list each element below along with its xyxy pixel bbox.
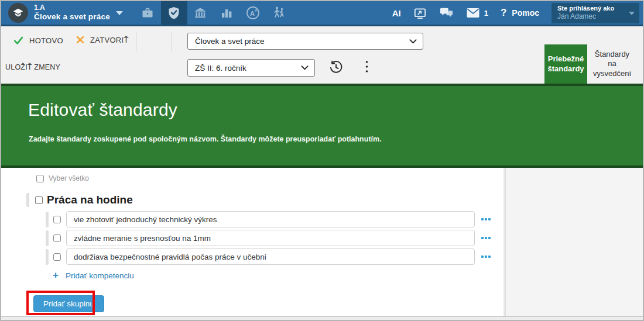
- competency-checkbox[interactable]: [53, 234, 61, 242]
- nav-excursion-walkers-icon[interactable]: [266, 1, 293, 25]
- grade-select[interactable]: ZŠ II: 6. ročník: [187, 59, 315, 77]
- envelope-icon: [466, 7, 480, 19]
- drag-handle[interactable]: [46, 230, 49, 246]
- select-all-row: Vyber všetko: [36, 174, 89, 182]
- top-navigation-bar: 1.A Človek a svet práce: [1, 1, 643, 26]
- app-window: 1.A Človek a svet práce: [0, 0, 644, 321]
- kebab-menu-icon[interactable]: [362, 60, 371, 73]
- chevron-down-icon: [409, 39, 417, 44]
- add-group-button[interactable]: Pridať skupinu: [33, 295, 104, 312]
- competency-checkbox[interactable]: [53, 253, 61, 261]
- drag-handle[interactable]: [46, 249, 49, 265]
- tab-standardy-na-vysvedceni[interactable]: Štandardy na vysvedčení: [587, 44, 637, 84]
- cast-icon[interactable]: [413, 6, 427, 20]
- competency-row: [46, 230, 492, 246]
- page-subtitle: Zadajte štandardy zoskupené pod spoločný…: [29, 135, 382, 143]
- ellipsis-menu-icon[interactable]: [480, 253, 492, 260]
- competency-row: [46, 211, 492, 227]
- nav-briefcase-icon[interactable]: [135, 1, 161, 25]
- subject-label: Človek a svet práce: [34, 12, 110, 22]
- editor-toolbar: HOTOVO ZATVORIŤ ULOŽIŤ ZMENY Človek a sv…: [1, 26, 643, 84]
- topbar-right-cluster: AI 1: [392, 3, 643, 23]
- close-x-icon: [76, 35, 85, 44]
- nav-bar-chart-icon[interactable]: [214, 1, 240, 25]
- toolbar-divider: [172, 32, 172, 51]
- window-bottom-strip: [1, 316, 643, 320]
- subject-select[interactable]: Človek a svet práce: [187, 33, 423, 50]
- help-button[interactable]: ? Pomoc: [501, 7, 539, 19]
- svg-text:+: +: [255, 8, 258, 13]
- class-subject-selector[interactable]: 1.A Človek a svet práce: [34, 4, 110, 21]
- edit-standards-banner: Editovať štandardy Zadajte štandardy zos…: [1, 84, 643, 168]
- standards-tabs: Priebežné štandardy Štandardy na vysvedč…: [544, 44, 637, 84]
- history-icon[interactable]: [328, 60, 344, 77]
- logged-in-prefix: Ste prihlásený ako: [557, 5, 626, 12]
- nav-shield-check-icon[interactable]: [161, 1, 187, 25]
- select-all-checkbox[interactable]: [36, 175, 44, 182]
- logged-in-username: Ján Adamec: [557, 12, 626, 20]
- group-header-row: Práca na hodine: [26, 193, 133, 207]
- nav-grades-aplus-icon[interactable]: A +: [240, 1, 266, 25]
- class-label: 1.A: [34, 4, 110, 12]
- mail-count-badge: 1: [484, 9, 488, 18]
- chevron-down-icon: [301, 65, 309, 71]
- group-title: Práca na hodine: [47, 194, 133, 206]
- page-title: Editovať štandardy: [28, 100, 177, 120]
- chevron-down-icon[interactable]: [116, 11, 123, 15]
- group-checkbox[interactable]: [35, 196, 43, 204]
- nav-bank-icon[interactable]: [187, 1, 214, 25]
- layers-icon: [12, 6, 25, 19]
- add-competency-link[interactable]: + Pridať kompetenciu: [53, 270, 134, 281]
- competency-checkbox[interactable]: [53, 216, 61, 223]
- competency-row: [46, 248, 492, 265]
- chat-bubbles-icon[interactable]: [439, 6, 454, 20]
- question-mark-icon: ?: [501, 7, 506, 19]
- ellipsis-menu-icon[interactable]: [480, 234, 492, 241]
- select-all-label: Vyber všetko: [49, 174, 89, 182]
- competency-input[interactable]: [66, 230, 475, 246]
- module-nav: A +: [135, 1, 293, 25]
- standards-editor-content: Vyber všetko Práca na hodine +: [1, 168, 643, 316]
- tab-priebezne-standardy[interactable]: Priebežné štandardy: [544, 44, 587, 84]
- plus-icon: +: [53, 270, 66, 281]
- content-right-panel: [505, 168, 643, 316]
- chevron-down-icon: [629, 12, 635, 15]
- competency-input[interactable]: [66, 211, 475, 227]
- check-icon: [13, 35, 24, 46]
- edupage-logo-icon[interactable]: [8, 3, 28, 23]
- ai-button[interactable]: AI: [392, 8, 401, 18]
- toolbar-divider: [136, 32, 136, 51]
- close-button[interactable]: ZATVORIŤ: [76, 35, 129, 44]
- drag-handle[interactable]: [26, 193, 29, 207]
- save-changes-button[interactable]: ULOŽIŤ ZMENY: [5, 63, 60, 71]
- competency-input[interactable]: [66, 248, 475, 265]
- ellipsis-menu-icon[interactable]: [480, 216, 492, 223]
- messages-button[interactable]: 1: [466, 7, 488, 19]
- done-button[interactable]: HOTOVO: [13, 35, 63, 46]
- logged-in-user-menu[interactable]: Ste prihlásený ako Ján Adamec: [551, 3, 639, 23]
- drag-handle[interactable]: [46, 212, 49, 227]
